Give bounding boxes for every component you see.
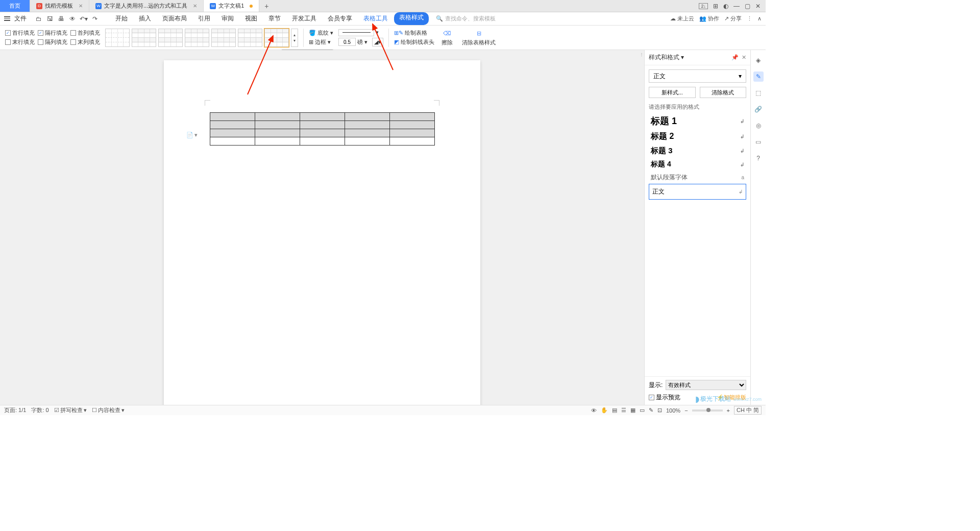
line-thickness[interactable]: 磅 ▾ ◢▾ [338,38,383,46]
last-col-fill[interactable]: 末列填充 [70,38,100,46]
tab-start[interactable]: 开始 [110,12,133,25]
close-panel-icon[interactable]: ✕ [742,54,746,61]
show-select[interactable]: 有效样式 [666,380,746,390]
tab-doc3[interactable]: W 文字文稿1 [204,0,259,12]
collapse-ribbon-icon[interactable]: ∧ [757,15,762,22]
undo-icon[interactable]: ↶▾ [80,15,88,23]
paragraph-handle[interactable]: 📄▾ [186,132,198,138]
file-menu[interactable]: 文件 [14,14,27,23]
tab-insert[interactable]: 插入 [134,12,156,25]
tab-doc2[interactable]: W 文字是人类用符...远的方式和工具✕ [89,0,204,12]
word-count[interactable]: 字数: 0 [31,406,48,414]
page-indicator[interactable]: 页面: 1/1 [4,406,26,414]
zoom-out-button[interactable]: − [684,407,688,414]
save-icon[interactable]: 🖫 [46,15,54,23]
minimize-button[interactable]: — [733,3,740,10]
shading-button[interactable]: 🪣底纹 ▾ [309,29,333,37]
style-heading4[interactable]: 标题 4↲ [649,158,746,171]
command-search[interactable]: 🔍 查找命令、搜索模板 [436,15,496,22]
tab-pagelayout[interactable]: 页面布局 [157,12,192,25]
border-button[interactable]: ⊞边框 ▾ [309,38,333,46]
document-table[interactable] [210,112,435,146]
apps-icon[interactable]: ⊞ [713,3,718,10]
new-style-button[interactable]: 新样式... [649,87,696,98]
rail-diamond-icon[interactable]: ◈ [753,55,764,65]
preview-icon[interactable]: 👁 [68,15,77,23]
hand-icon[interactable]: ✋ [601,407,608,414]
tab-chapter[interactable]: 章节 [263,12,286,25]
thickness-input[interactable] [338,38,356,46]
pen-color-icon[interactable]: ◢▾ [372,38,383,46]
scroll-options-icon[interactable]: ⋮ [640,52,644,57]
ime-indicator[interactable]: CH 中 简 [734,406,762,415]
line-style-select[interactable]: ▾ [338,29,383,36]
style-heading3[interactable]: 标题 3↲ [649,144,746,158]
tab-home[interactable]: 首页 [0,0,30,12]
style-swatch-5[interactable] [211,29,236,47]
rail-styles-icon[interactable]: ✎ [753,71,764,82]
clear-format-button[interactable]: 清除格式 [700,87,747,98]
style-swatch-7[interactable] [264,29,289,47]
fit-icon[interactable]: ⊡ [657,407,662,414]
style-swatch-1[interactable] [105,29,130,47]
style-swatch-3[interactable] [158,29,183,47]
content-check-toggle[interactable]: ☐ 内容检查 ▾ [92,406,125,414]
rail-book-icon[interactable]: ▭ [753,137,764,147]
eye-icon[interactable]: 👁 [591,407,597,414]
banded-col-fill[interactable]: 隔列填充 [38,38,67,46]
rail-location-icon[interactable]: ◎ [753,120,764,131]
close-button[interactable]: ✕ [755,3,761,10]
style-heading1[interactable]: 标题 1↲ [649,113,746,129]
more-icon[interactable]: ⋮ [747,15,752,22]
style-heading2[interactable]: 标题 2↲ [649,129,746,144]
zoom-value[interactable]: 100% [666,407,680,414]
hamburger-icon[interactable] [4,16,10,21]
banded-row-fill[interactable]: 隔行填充 [38,29,67,37]
first-col-fill[interactable]: 首列填充 [70,29,100,37]
tab-table-tools[interactable]: 表格工具 [358,12,393,25]
view-page-icon[interactable]: ▤ [612,407,617,414]
clear-style-button[interactable]: ⊟清除表格样式 [460,29,498,46]
close-icon[interactable]: ✕ [193,3,197,9]
page[interactable]: 📄▾ [164,60,480,405]
print-icon[interactable]: 🖶 [57,15,65,23]
rail-link-icon[interactable]: 🔗 [753,104,764,114]
coop-button[interactable]: 👥协作 [699,15,719,22]
cloud-status[interactable]: ☁未上云 [670,15,694,22]
style-body[interactable]: 正文↲ [649,184,746,200]
view-outline-icon[interactable]: ☰ [621,407,626,414]
tab-view[interactable]: 视图 [240,12,262,25]
eraser-button[interactable]: ⌫擦除 [439,29,455,46]
first-row-fill[interactable]: 首行填充 [5,29,35,37]
last-row-fill[interactable]: 末行填充 [5,38,35,46]
view-web-icon[interactable]: ▦ [630,407,635,414]
gallery-more-button[interactable]: ▴▾ [291,29,298,47]
close-icon[interactable]: ✕ [79,3,83,9]
tab-template[interactable]: D 找稻壳模板✕ [30,0,89,12]
draw-diagonal-button[interactable]: ◩绘制斜线表头 [394,38,434,46]
tab-review[interactable]: 审阅 [216,12,239,25]
view-read-icon[interactable]: ▭ [640,407,645,414]
redo-icon[interactable]: ↷ [91,15,99,23]
tab-member[interactable]: 会员专享 [323,12,357,25]
maximize-button[interactable]: ▢ [745,3,750,10]
style-swatch-6[interactable] [238,29,262,47]
preview-checkbox[interactable]: 显示预览 [649,393,680,402]
skin-icon[interactable]: ◐ [723,3,728,10]
zoom-slider[interactable] [692,409,723,412]
draw-table-button[interactable]: ⊞✎绘制表格 [394,29,434,37]
pin-icon[interactable]: 📌 [731,54,739,61]
spellcheck-toggle[interactable]: ☑ 拼写检查 ▾ [54,406,87,414]
tab-devtools[interactable]: 开发工具 [287,12,322,25]
style-default-font[interactable]: 默认段落字体a [649,171,746,184]
style-swatch-4[interactable] [185,29,209,47]
current-style-select[interactable]: 正文▾ [649,69,746,83]
rail-help-icon[interactable]: ? [753,153,764,163]
tab-reference[interactable]: 引用 [193,12,215,25]
rail-select-icon[interactable]: ⬚ [753,88,764,98]
tab-add-button[interactable]: + [259,0,274,12]
open-icon[interactable]: 🗀 [35,15,43,23]
style-swatch-2[interactable] [132,29,156,47]
share-button[interactable]: ↗分享 [724,15,742,22]
badge-icon[interactable]: 2↓ [699,3,708,9]
